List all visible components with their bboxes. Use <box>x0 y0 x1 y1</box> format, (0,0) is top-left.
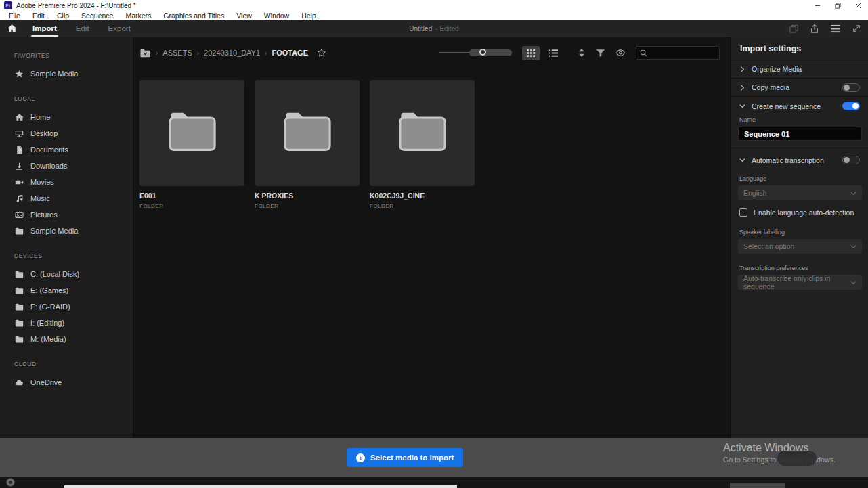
image-icon <box>14 210 24 219</box>
media-item-e001[interactable]: E001 FOLDER <box>139 80 244 209</box>
sidebar-item-drive-c[interactable]: C: (Local Disk) <box>0 266 133 282</box>
footer-bar: i Select media to import Activate Window… <box>0 438 868 477</box>
automatic-transcription-toggle[interactable] <box>842 156 860 164</box>
breadcrumb-footage[interactable]: FOOTAGE <box>272 49 308 57</box>
sidebar-item-pictures[interactable]: Pictures <box>0 206 133 223</box>
menu-view[interactable]: View <box>230 12 258 20</box>
workspaces-button[interactable] <box>789 24 799 34</box>
thumbnail-size-slider[interactable] <box>439 48 512 58</box>
close-button[interactable] <box>848 0 868 11</box>
breadcrumb-separator: › <box>156 49 158 57</box>
language-auto-detect-row[interactable]: Enable language auto-detection <box>731 200 868 219</box>
sidebar-item-music[interactable]: Music <box>0 190 133 206</box>
eye-icon <box>615 49 626 57</box>
breadcrumb-assets[interactable]: ASSETS <box>162 49 192 57</box>
create-new-sequence-section[interactable]: Create new sequence <box>731 97 868 115</box>
chevron-right-icon <box>739 85 745 91</box>
tab-export[interactable]: Export <box>99 20 140 37</box>
copy-media-section[interactable]: Copy media <box>731 79 868 97</box>
media-item-k-proxies[interactable]: K PROXIES FOLDER <box>255 80 360 209</box>
sort-button[interactable] <box>578 48 586 58</box>
speaker-labeling-label: Speaker labeling <box>731 219 868 239</box>
folder-icon <box>161 109 223 158</box>
search-input[interactable] <box>651 49 712 57</box>
sidebar-item-drive-m[interactable]: M: (Media) <box>0 331 133 347</box>
item-type: FOLDER <box>370 203 475 209</box>
sidebar-item-desktop[interactable]: Desktop <box>0 125 133 141</box>
sidebar-item-documents[interactable]: Documents <box>0 141 133 158</box>
video-camera-icon <box>14 178 24 187</box>
transcription-preferences-dropdown[interactable]: Auto-transcribe only clips in sequence <box>738 275 862 290</box>
select-media-to-import-button[interactable]: i Select media to import <box>347 448 463 467</box>
fullscreen-button[interactable] <box>852 24 861 33</box>
filter-funnel-icon <box>596 49 605 58</box>
language-dropdown[interactable]: English <box>738 185 862 200</box>
cursor-highlight <box>777 451 817 466</box>
organize-media-section[interactable]: Organize Media <box>731 60 868 79</box>
folder-icon <box>14 335 24 344</box>
folder-icon <box>14 319 24 328</box>
item-name: K PROXIES <box>255 192 360 200</box>
sidebar-item-movies[interactable]: Movies <box>0 174 133 190</box>
chevron-down-icon <box>850 190 856 196</box>
section-cloud: CLOUD <box>0 355 133 374</box>
menu-clip[interactable]: Clip <box>51 12 75 20</box>
sequence-name-input[interactable] <box>738 127 862 141</box>
item-type: FOLDER <box>255 203 360 209</box>
search-icon <box>640 49 647 57</box>
grid-view-button[interactable] <box>522 46 540 60</box>
list-view-button[interactable] <box>544 46 562 60</box>
sidebar-item-home[interactable]: Home <box>0 109 133 125</box>
taskbar-window-sliver <box>64 485 457 488</box>
tab-import[interactable]: Import <box>23 20 66 37</box>
sidebar-item-onedrive[interactable]: OneDrive <box>0 374 133 391</box>
taskbar-tray-sliver <box>730 483 785 488</box>
menu-help[interactable]: Help <box>295 12 322 20</box>
sidebar-item-sample-media-favorite[interactable]: Sample Media <box>0 66 133 82</box>
menu-edit[interactable]: Edit <box>26 12 51 20</box>
menu-window[interactable]: Window <box>258 12 295 20</box>
sidebar-item-drive-i[interactable]: I: (Editing) <box>0 315 133 331</box>
sidebar-item-downloads[interactable]: Downloads <box>0 158 133 174</box>
window-title: Adobe Premiere Pro 2024 - F:\Untitled * <box>16 2 807 9</box>
star-icon <box>14 70 24 79</box>
restore-button[interactable] <box>827 0 848 11</box>
copy-media-toggle[interactable] <box>842 83 860 92</box>
star-outline-icon <box>317 48 326 58</box>
sidebar-item-drive-f[interactable]: F: (G-RAID) <box>0 298 133 315</box>
sidebar-item-sample-media[interactable]: Sample Media <box>0 223 133 239</box>
filter-button[interactable] <box>596 49 605 58</box>
taskbar-app-icon[interactable] <box>6 478 15 487</box>
menu-file[interactable]: File <box>3 12 26 20</box>
media-browser: › ASSETS › 20240310_DAY1 › FOOTAGE <box>133 37 731 438</box>
document-status: - Edited <box>435 25 458 32</box>
create-sequence-toggle[interactable] <box>842 102 860 110</box>
folder-thumbnail[interactable] <box>370 80 475 186</box>
preview-visibility-button[interactable] <box>615 49 626 57</box>
item-type: FOLDER <box>139 203 244 209</box>
folder-thumbnail[interactable] <box>139 80 244 186</box>
auto-detect-checkbox[interactable] <box>739 208 747 217</box>
sidebar-item-drive-e[interactable]: E: (Games) <box>0 282 133 298</box>
tab-edit[interactable]: Edit <box>66 20 99 37</box>
drive-root-icon[interactable] <box>139 48 151 58</box>
menu-markers[interactable]: Markers <box>119 12 157 20</box>
speaker-labeling-dropdown[interactable]: Select an option <box>738 239 862 254</box>
folder-thumbnail[interactable] <box>255 80 360 186</box>
chevron-down-icon <box>739 157 745 163</box>
menu-sequence[interactable]: Sequence <box>75 12 119 20</box>
home-icon <box>7 24 17 33</box>
premiere-app-icon: Pr <box>4 1 12 9</box>
folder-grid: E001 FOLDER K PROXIES FOLDER <box>133 68 731 209</box>
automatic-transcription-section[interactable]: Automatic transcription <box>731 151 868 169</box>
media-item-k002cj9j-cine[interactable]: K002CJ9J_CINE FOLDER <box>370 80 475 209</box>
menu-graphics-and-titles[interactable]: Graphics and Titles <box>157 12 230 20</box>
import-settings-panel: Import settings Organize Media Copy medi… <box>731 37 868 438</box>
home-button[interactable] <box>0 24 23 33</box>
main-menu-button[interactable] <box>830 24 841 33</box>
quick-export-button[interactable] <box>810 24 819 34</box>
minimize-button[interactable] <box>807 0 827 11</box>
favorite-toggle-button[interactable] <box>317 48 326 58</box>
search-box[interactable] <box>636 46 720 60</box>
breadcrumb-day1[interactable]: 20240310_DAY1 <box>204 49 260 57</box>
